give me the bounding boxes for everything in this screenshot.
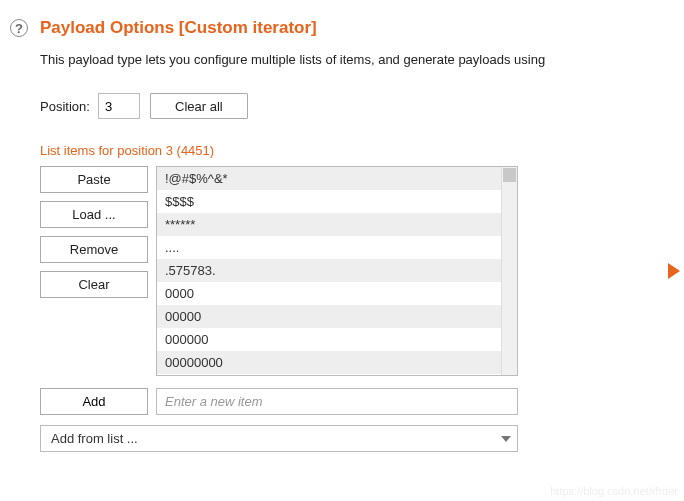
listbox-scrollbar[interactable]: [501, 167, 517, 375]
list-item[interactable]: 00000: [157, 305, 517, 328]
add-item-input[interactable]: [156, 388, 518, 415]
list-item[interactable]: $$$$: [157, 190, 517, 213]
dropdown-label: Add from list ...: [51, 431, 138, 446]
position-input[interactable]: [98, 93, 140, 119]
list-item[interactable]: 0000: [157, 282, 517, 305]
add-button[interactable]: Add: [40, 388, 148, 415]
scrollbar-thumb[interactable]: [503, 168, 516, 182]
section-description: This payload type lets you configure mul…: [40, 52, 684, 67]
add-from-list-dropdown[interactable]: Add from list ...: [40, 425, 518, 452]
clear-all-button[interactable]: Clear all: [150, 93, 248, 119]
list-item[interactable]: ....: [157, 236, 517, 259]
watermark-text: https://blog.csdn.net/rfrder: [550, 485, 678, 497]
remove-button[interactable]: Remove: [40, 236, 148, 263]
position-label: Position:: [40, 99, 90, 114]
list-item[interactable]: !@#$%^&*: [157, 167, 517, 190]
list-item[interactable]: 0000001: [157, 374, 517, 376]
load-button[interactable]: Load ...: [40, 201, 148, 228]
list-item[interactable]: ******: [157, 213, 517, 236]
clear-button[interactable]: Clear: [40, 271, 148, 298]
help-glyph: ?: [15, 21, 23, 36]
paste-button[interactable]: Paste: [40, 166, 148, 193]
section-title: Payload Options [Custom iterator]: [40, 18, 317, 38]
items-list-rows: !@#$%^&* $$$$ ****** .... .575783. 0000 …: [157, 167, 517, 376]
chevron-down-icon: [501, 436, 511, 442]
next-position-arrow-icon[interactable]: [668, 263, 680, 279]
list-item[interactable]: .575783.: [157, 259, 517, 282]
items-listbox[interactable]: !@#$%^&* $$$$ ****** .... .575783. 0000 …: [156, 166, 518, 376]
list-item[interactable]: 00000000: [157, 351, 517, 374]
help-icon[interactable]: ?: [10, 19, 28, 37]
list-item[interactable]: 000000: [157, 328, 517, 351]
list-items-label: List items for position 3 (4451): [40, 143, 684, 158]
